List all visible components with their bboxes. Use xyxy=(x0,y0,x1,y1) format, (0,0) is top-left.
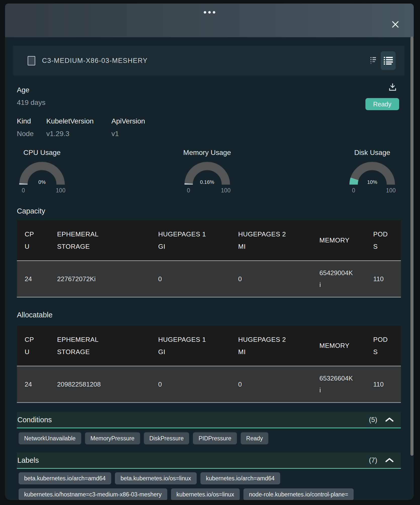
detailed-list-icon[interactable] xyxy=(381,51,396,70)
kubelet-version-value: v1.29.3 xyxy=(46,129,111,138)
cpu-usage-value: 0% xyxy=(17,179,67,185)
labels-count: (7) xyxy=(369,456,377,464)
memory-usage-ticks: 0 100 xyxy=(182,186,232,193)
label-chip: kubernetes.io/os=linux xyxy=(171,488,240,500)
disk-usage-ticks: 0 100 xyxy=(347,186,397,193)
download-icon[interactable] xyxy=(388,83,397,92)
column-header: EPHEMERAL STORAGE xyxy=(57,333,101,358)
cell-value: 209822581208 xyxy=(57,378,101,390)
scrollbar-thumb[interactable] xyxy=(410,36,413,456)
condition-chip: NetworkUnavailable xyxy=(19,432,81,444)
labels-title: Labels xyxy=(17,456,369,465)
node-card-header: C3-MEDIUM-X86-03-MESHERY xyxy=(13,46,404,75)
cell-value: 0 xyxy=(238,273,242,285)
disk-usage-gauge: Disk Usage 10% 0 100 xyxy=(347,148,397,193)
column-header: EPHEMERAL STORAGE xyxy=(57,228,101,252)
page-background: C3-MEDIUM-X86-03-MESHERY xyxy=(0,0,420,505)
modal-titlebar xyxy=(5,4,414,37)
memory-usage-title: Memory Usage xyxy=(182,148,232,157)
node-details-content: Age 419 days Ready Kind Node xyxy=(13,86,404,500)
capacity-section-title: Capacity xyxy=(17,207,401,215)
cpu-usage-gauge: CPU Usage 0% 0 100 xyxy=(17,148,67,193)
cell-value: 24 xyxy=(25,378,32,390)
column-header: HUGEPAGES 2 MI xyxy=(238,228,288,252)
capacity-table-header: CPU EPHEMERAL STORAGE HUGEPAGES 1 GI HUG… xyxy=(17,220,401,260)
column-header: MEMORY xyxy=(319,340,350,352)
column-header: HUGEPAGES 1 GI xyxy=(158,228,208,252)
column-header: HUGEPAGES 2 MI xyxy=(238,333,288,358)
node-select-checkbox[interactable] xyxy=(28,56,35,65)
age-section: Age 419 days Ready xyxy=(17,86,401,107)
node-details-modal: C3-MEDIUM-X86-03-MESHERY xyxy=(5,4,414,500)
compact-list-icon[interactable] xyxy=(370,56,376,65)
api-version-value: v1 xyxy=(111,129,401,138)
conditions-title: Conditions xyxy=(17,416,369,424)
column-header: CPU xyxy=(25,333,35,358)
label-chip: kubernetes.io/hostname=c3-medium-x86-03-… xyxy=(19,488,167,500)
label-chip: node-role.kubernetes.io/control-plane= xyxy=(243,488,354,500)
disk-usage-title: Disk Usage xyxy=(347,148,397,157)
api-version-label: ApiVersion xyxy=(111,117,401,125)
column-header: PODS xyxy=(373,228,389,252)
cell-value: 0 xyxy=(238,378,242,390)
meta-kubelet-version: KubeletVersion v1.29.3 xyxy=(46,117,111,138)
cpu-usage-title: CPU Usage xyxy=(17,148,67,157)
cell-value: 227672072Ki xyxy=(57,273,96,285)
capacity-table-row: 24 227672072Ki 0 0 65429004Ki 110 xyxy=(17,260,401,297)
node-title: C3-MEDIUM-X86-03-MESHERY xyxy=(42,57,370,65)
labels-accordion-header[interactable]: Labels (7) xyxy=(17,452,401,469)
meta-kind: Kind Node xyxy=(17,117,46,138)
label-chip: kubernetes.io/arch=amd64 xyxy=(200,472,280,484)
meta-grid: Kind Node KubeletVersion v1.29.3 ApiVers… xyxy=(17,117,401,138)
cell-value: 0 xyxy=(158,378,162,390)
meta-api-version: ApiVersion v1 xyxy=(111,117,401,138)
conditions-accordion-header[interactable]: Conditions (5) xyxy=(17,412,401,428)
close-icon[interactable] xyxy=(391,20,400,29)
age-label: Age xyxy=(17,86,401,94)
kind-value: Node xyxy=(17,129,46,138)
condition-chip: DiskPressure xyxy=(144,432,189,444)
age-value: 419 days xyxy=(17,98,401,107)
cell-value: 65326604Ki xyxy=(319,372,354,396)
conditions-count: (5) xyxy=(369,416,377,424)
conditions-chip-list: NetworkUnavailable MemoryPressure DiskPr… xyxy=(19,432,401,444)
disk-usage-value: 10% xyxy=(347,179,397,185)
memory-usage-value: 0.16% xyxy=(182,179,232,185)
label-chip: beta.kubernetes.io/os=linux xyxy=(115,472,197,484)
cell-value: 65429004Ki xyxy=(319,267,354,291)
cell-value: 24 xyxy=(25,273,32,285)
cell-value: 110 xyxy=(373,273,384,285)
allocatable-table-row: 24 209822581208 0 0 65326604Ki 110 xyxy=(17,366,401,402)
condition-chip: PIDPressure xyxy=(193,432,237,444)
usage-gauges-row: CPU Usage 0% 0 100 Memory Usage xyxy=(17,148,401,193)
kubelet-version-label: KubeletVersion xyxy=(46,117,111,125)
capacity-table: CPU EPHEMERAL STORAGE HUGEPAGES 1 GI HUG… xyxy=(17,220,401,298)
kind-label: Kind xyxy=(17,117,46,125)
condition-chip: Ready xyxy=(241,432,268,444)
cpu-usage-ticks: 0 100 xyxy=(17,186,67,193)
allocatable-table-header: CPU EPHEMERAL STORAGE HUGEPAGES 1 GI HUG… xyxy=(17,326,401,366)
memory-usage-gauge: Memory Usage 0.16% 0 100 xyxy=(182,148,232,193)
column-header: CPU xyxy=(25,228,35,252)
modal-body: C3-MEDIUM-X86-03-MESHERY xyxy=(5,37,414,500)
cell-value: 110 xyxy=(373,378,384,390)
drag-handle-dots-icon[interactable] xyxy=(204,11,215,14)
view-toggle-group xyxy=(370,51,396,70)
column-header: HUGEPAGES 1 GI xyxy=(158,333,208,358)
cell-value: 0 xyxy=(158,273,162,285)
condition-chip: MemoryPressure xyxy=(85,432,140,444)
chevron-up-icon[interactable] xyxy=(385,457,394,463)
chevron-up-icon[interactable] xyxy=(385,417,394,423)
status-badge: Ready xyxy=(365,98,399,110)
column-header: PODS xyxy=(373,333,389,358)
label-chip: beta.kubernetes.io/arch=amd64 xyxy=(19,472,111,484)
labels-chip-list: beta.kubernetes.io/arch=amd64 beta.kuber… xyxy=(19,472,401,500)
allocatable-table: CPU EPHEMERAL STORAGE HUGEPAGES 1 GI HUG… xyxy=(17,326,401,403)
column-header: MEMORY xyxy=(319,234,350,246)
allocatable-section-title: Allocatable xyxy=(17,311,401,319)
